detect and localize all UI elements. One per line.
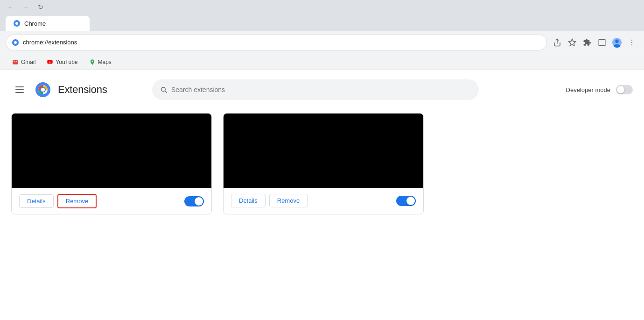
nav-controls: ← → ↻ — [6, 2, 46, 12]
hamburger-line-1 — [15, 86, 24, 87]
extension-remove-button-2[interactable]: Remove — [269, 194, 308, 207]
reload-button[interactable]: ↻ — [35, 2, 46, 12]
search-icon — [160, 85, 168, 94]
page-title: Extensions — [58, 84, 107, 96]
extension-thumbnail-2 — [224, 114, 423, 188]
developer-mode-area: Developer mode — [566, 85, 633, 94]
developer-mode-toggle[interactable] — [616, 85, 633, 94]
menu-button[interactable] — [625, 36, 638, 49]
extension-toggle-thumb-2 — [406, 197, 415, 205]
svg-point-1 — [15, 22, 18, 25]
extension-card-actions-2: Details Remove — [224, 188, 423, 213]
extension-toggle-1[interactable] — [184, 196, 204, 206]
developer-mode-label: Developer mode — [566, 86, 610, 93]
gmail-label: Gmail — [21, 59, 35, 65]
svg-point-10 — [631, 42, 632, 43]
search-input[interactable] — [171, 86, 471, 93]
bookmark-gmail[interactable]: Gmail — [7, 57, 40, 67]
forward-button[interactable]: → — [21, 2, 31, 12]
extension-card-2: Details Remove — [223, 113, 424, 214]
browser-titlebar: ← → ↻ — [0, 0, 644, 14]
account-button[interactable] — [610, 36, 623, 49]
sidebar-toggle-button[interactable] — [11, 81, 28, 98]
svg-point-9 — [631, 39, 632, 40]
bookmark-youtube[interactable]: YouTube — [42, 57, 82, 67]
bookmark-maps[interactable]: Maps — [84, 57, 116, 67]
tab-bar: Chrome — [0, 14, 644, 31]
svg-point-8 — [614, 44, 620, 47]
svg-point-15 — [41, 88, 45, 92]
extension-thumbnail-1 — [12, 114, 211, 188]
svg-marker-4 — [569, 39, 576, 45]
share-button[interactable] — [551, 36, 564, 49]
youtube-label: YouTube — [56, 59, 77, 65]
tab-favicon — [13, 20, 21, 27]
hamburger-line-2 — [15, 89, 24, 90]
extension-toggle-2[interactable] — [396, 196, 416, 206]
extension-details-button-2[interactable]: Details — [231, 194, 266, 207]
svg-point-3 — [14, 41, 17, 44]
bookmark-bar: Gmail YouTube Maps — [0, 54, 644, 70]
toolbar-icons — [551, 36, 638, 49]
address-text: chrome://extensions — [23, 39, 77, 46]
window-button[interactable] — [595, 36, 609, 49]
maps-label: Maps — [98, 59, 112, 65]
page-content: Extensions Developer mode Details Remove — [0, 70, 644, 320]
toggle-thumb — [617, 86, 624, 93]
extension-toggle-thumb-1 — [195, 197, 203, 206]
extensions-grid: Details Remove Details Remove — [0, 109, 644, 226]
tab-title: Chrome — [24, 20, 46, 27]
search-container — [152, 79, 479, 100]
address-bar[interactable]: chrome://extensions — [6, 35, 547, 50]
svg-rect-5 — [599, 39, 605, 46]
back-button[interactable]: ← — [6, 2, 16, 12]
extension-card-1: Details Remove — [11, 113, 212, 214]
youtube-favicon — [47, 59, 53, 65]
extension-card-actions-1: Details Remove — [12, 188, 211, 214]
bookmark-button[interactable] — [566, 36, 579, 49]
gmail-favicon — [12, 59, 19, 65]
extension-details-button-1[interactable]: Details — [19, 194, 54, 208]
active-tab[interactable]: Chrome — [6, 16, 90, 31]
maps-favicon — [89, 59, 96, 65]
extensions-header: Extensions Developer mode — [0, 70, 644, 109]
address-bar-row: chrome://extensions — [0, 31, 644, 54]
extension-remove-button-1[interactable]: Remove — [57, 194, 97, 208]
hamburger-line-3 — [15, 92, 24, 93]
chrome-logo — [35, 82, 50, 97]
svg-point-7 — [615, 39, 618, 43]
address-favicon — [12, 39, 19, 46]
svg-point-11 — [631, 44, 632, 45]
extensions-button[interactable] — [581, 36, 594, 49]
